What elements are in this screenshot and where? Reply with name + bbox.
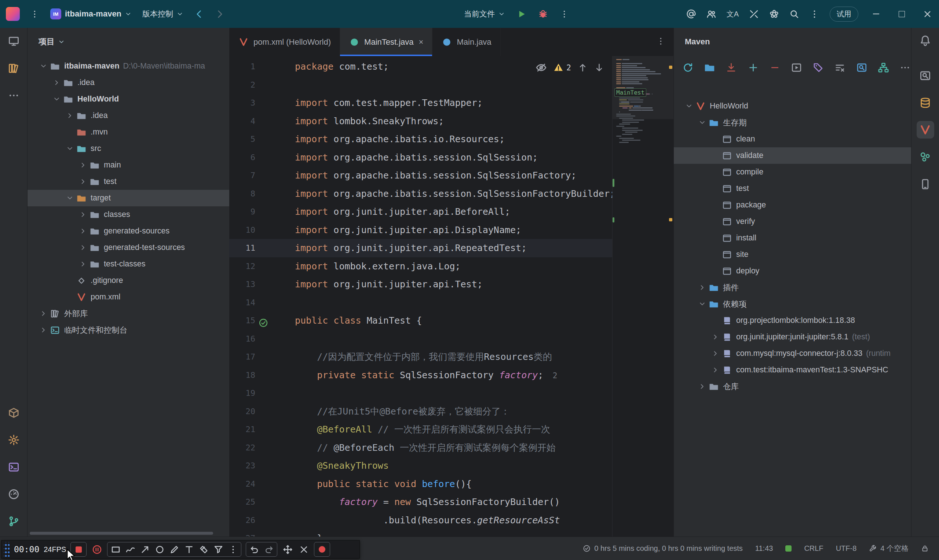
code-line-26[interactable]: 26 .build(Resources.getResourceAsSt: [229, 511, 674, 529]
git-tool-button[interactable]: [5, 512, 22, 530]
profiler-tool-button[interactable]: [5, 485, 22, 503]
line-number[interactable]: 13: [229, 275, 272, 294]
code-line-19[interactable]: 19: [229, 384, 674, 402]
chevron-down-icon[interactable]: [64, 193, 75, 204]
code-line-23[interactable]: 23 @SneakyThrows: [229, 457, 674, 475]
maven-item-helloworld[interactable]: HelloWorld: [674, 98, 911, 114]
code-line-3[interactable]: 3import com.test.mapper.TestMapper;: [229, 94, 674, 112]
line-number[interactable]: 11: [229, 239, 272, 257]
line-number[interactable]: 22: [229, 439, 272, 457]
line-number[interactable]: 1: [229, 57, 272, 76]
debug-button[interactable]: [534, 6, 552, 23]
line-number[interactable]: 2: [229, 76, 272, 94]
tab-close-icon[interactable]: ×: [419, 37, 424, 47]
maximize-button[interactable]: [890, 0, 913, 28]
code-line-10[interactable]: 10import org.junit.jupiter.api.DisplayNa…: [229, 221, 674, 239]
line-number[interactable]: 20: [229, 402, 272, 421]
add-maven-project-button[interactable]: [747, 61, 759, 74]
trial-button[interactable]: 试用: [830, 6, 858, 22]
chevron-right-icon[interactable]: [710, 348, 721, 359]
next-problem-arrow-icon[interactable]: [594, 63, 604, 72]
line-number[interactable]: 21: [229, 420, 272, 439]
minimize-button[interactable]: [864, 0, 888, 28]
stop-button[interactable]: [71, 542, 86, 557]
run-test-gutter-icon[interactable]: [259, 316, 268, 325]
code-line-27[interactable]: 27 }: [229, 529, 674, 537]
line-number[interactable]: 27: [229, 529, 272, 537]
dependency-analyzer-button[interactable]: [856, 61, 868, 74]
more-actions-button[interactable]: [805, 6, 824, 23]
terminal-tool-button[interactable]: [5, 458, 22, 476]
project-item-target[interactable]: target: [28, 190, 229, 206]
code-line-18[interactable]: 18 private static SqlSessionFactory fact…: [229, 366, 674, 385]
code-line-16[interactable]: 16: [229, 330, 674, 348]
encoding-widget[interactable]: UTF-8: [836, 544, 857, 553]
line-number[interactable]: 10: [229, 221, 272, 239]
code-line-24[interactable]: 24 public static void before(){: [229, 475, 674, 493]
chevron-down-icon[interactable]: [697, 117, 708, 128]
line-number[interactable]: 14: [229, 294, 272, 312]
project-item-pom-xml[interactable]: pom.xml: [28, 289, 229, 305]
project-item-gitignore[interactable]: .gitignore: [28, 272, 229, 289]
code-line-13[interactable]: 13import org.junit.jupiter.api.Test;: [229, 275, 674, 294]
editor-tab-maintest-java[interactable]: MainTest.java×: [340, 28, 432, 56]
more-tools-button[interactable]: [227, 543, 239, 555]
project-item-idea[interactable]: .idea: [28, 74, 229, 91]
dependency-checker-button[interactable]: [917, 67, 934, 84]
ai-assistant-button[interactable]: [682, 6, 701, 23]
project-tool-button[interactable]: [5, 32, 22, 50]
redo-button[interactable]: [263, 543, 275, 555]
maven-item-install[interactable]: install: [674, 230, 911, 246]
warning-icon[interactable]: [554, 63, 563, 72]
project-item-generated-sources[interactable]: generated-sources: [28, 223, 229, 239]
show-dependencies-button[interactable]: [877, 61, 890, 74]
move-toolbar-button[interactable]: [282, 543, 293, 555]
chevron-down-icon[interactable]: [38, 61, 49, 72]
code-line-14[interactable]: 14: [229, 294, 674, 312]
maven-item-插件[interactable]: 插件: [674, 279, 911, 296]
code-line-5[interactable]: 5import org.apache.ibatis.io.Resources;: [229, 130, 674, 148]
code-line-15[interactable]: 15public class MainTest {: [229, 312, 674, 330]
project-item-test[interactable]: test: [28, 173, 229, 190]
maven-item-clean[interactable]: clean: [674, 131, 911, 147]
line-number[interactable]: 3: [229, 94, 272, 112]
code-line-17[interactable]: 17 //因为配置文件位于内部，我们需要使用Resources类的: [229, 348, 674, 366]
line-number[interactable]: 6: [229, 148, 272, 167]
plugin-status-icon[interactable]: [785, 545, 791, 552]
chevron-right-icon[interactable]: [77, 176, 88, 187]
line-number[interactable]: 12: [229, 257, 272, 275]
text-tool-button[interactable]: [183, 543, 195, 555]
structure-tool-button[interactable]: [5, 59, 22, 77]
coding-time-widget[interactable]: 0 hrs 5 mins coding, 0 hrs 0 mins writin…: [583, 544, 743, 553]
line-number[interactable]: 19: [229, 384, 272, 402]
more-run-actions-button[interactable]: [555, 6, 573, 22]
maven-item-compile[interactable]: compile: [674, 164, 911, 180]
code-line-12[interactable]: 12import lombok.extern.java.Log;: [229, 257, 674, 275]
line-number[interactable]: 24: [229, 475, 272, 493]
vcs-widget[interactable]: 版本控制: [138, 5, 187, 23]
chevron-right-icon[interactable]: [697, 282, 708, 293]
line-number[interactable]: 9: [229, 203, 272, 221]
chevron-right-icon[interactable]: [51, 77, 62, 88]
chevron-down-icon[interactable]: [683, 101, 694, 112]
code-line-1[interactable]: 1package com.test;: [229, 57, 674, 76]
database-tool-button[interactable]: [917, 94, 934, 111]
project-item-helloworld[interactable]: HelloWorld: [28, 91, 229, 108]
chevron-right-icon[interactable]: [77, 160, 88, 171]
settings-button[interactable]: [5, 431, 22, 449]
project-item-classes[interactable]: classes: [28, 206, 229, 223]
line-number[interactable]: 18: [229, 366, 272, 385]
maven-item-test[interactable]: test: [674, 180, 911, 197]
maven-item-仓库[interactable]: 仓库: [674, 378, 911, 395]
more-tool-windows-button[interactable]: [5, 86, 22, 104]
project-item-itbaima-maven[interactable]: itbaima-mavenD:\0-Maven\itbaima-ma: [28, 58, 229, 74]
code-line-21[interactable]: 21 @BeforeAll // 一次性开启所有测试案例只会执行一次: [229, 420, 674, 439]
eraser-tool-button[interactable]: [198, 543, 210, 555]
more-options-button[interactable]: [899, 61, 911, 74]
record-button[interactable]: [314, 542, 330, 557]
code-line-2[interactable]: 2: [229, 76, 674, 94]
maven-item-org-projectlombok-lombok-1-18-38[interactable]: org.projectlombok:lombok:1.18.38: [674, 312, 911, 329]
line-number[interactable]: 15: [229, 312, 272, 330]
maven-item-生存期[interactable]: 生存期: [674, 114, 911, 131]
line-number[interactable]: 25: [229, 493, 272, 511]
